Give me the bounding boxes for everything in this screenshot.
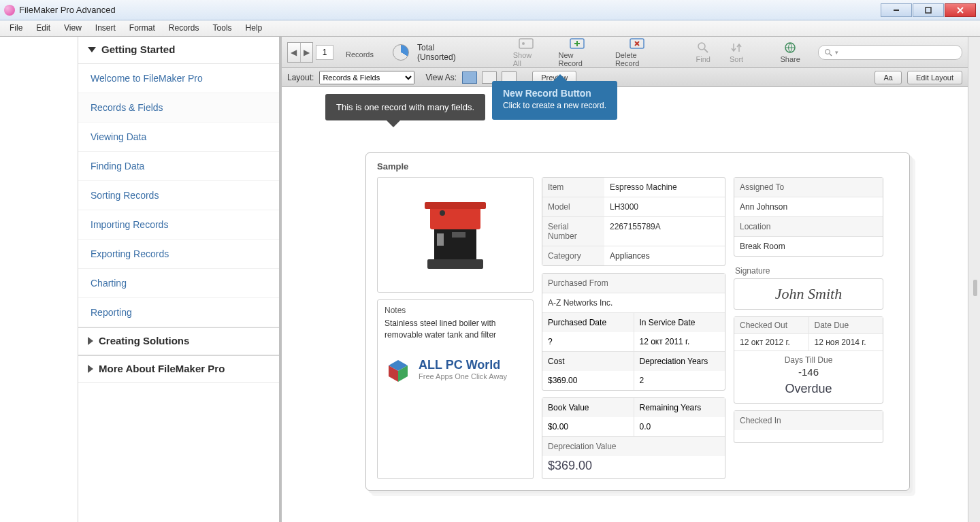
signature-label: Signature	[734, 263, 883, 278]
sidebar-item-importing-records[interactable]: Importing Records	[78, 210, 279, 240]
duedate-box: Checked Out Date Due 12 окт 2012 г. 12 н…	[734, 316, 883, 404]
search-box[interactable]: ▾	[818, 45, 962, 60]
text-format-button[interactable]: Aa	[875, 71, 901, 84]
tooltip-record: This is one record with many fields.	[325, 94, 485, 120]
svg-rect-24	[437, 233, 444, 246]
overdue-status: Overdue	[734, 378, 883, 403]
show-all-button[interactable]: Show All	[506, 37, 546, 67]
main-panel: ◀▶ Records Total (Unsorted) Show All New…	[282, 37, 980, 522]
layout-bar: Layout: Records & Fields View As: Previe…	[282, 68, 968, 87]
watermark: ALL PC World Free Apps One Click Away	[385, 356, 526, 383]
sidebar-section-getting-started[interactable]: Getting Started	[78, 37, 279, 64]
svg-rect-4	[519, 39, 533, 48]
svg-line-13	[704, 49, 708, 52]
close-button[interactable]	[945, 3, 976, 17]
view-as-label: View As:	[425, 73, 457, 82]
svg-rect-1	[926, 7, 931, 13]
card-title: Sample	[377, 161, 898, 172]
sidebar-item-viewing-data[interactable]: Viewing Data	[78, 123, 279, 152]
item-details-box: ItemEspresso Machine ModelLH3000 Serial …	[542, 177, 725, 266]
item-image	[377, 177, 534, 293]
record-number-input[interactable]	[316, 45, 333, 60]
checked-in-box: Checked In	[734, 410, 883, 443]
signature-box: John Smith	[734, 278, 883, 310]
share-button[interactable]: Share	[774, 42, 807, 63]
toolbar: ◀▶ Records Total (Unsorted) Show All New…	[282, 37, 968, 68]
sidebar-section-more-about[interactable]: More About FileMaker Pro	[78, 355, 279, 383]
sidebar-section-creating-solutions[interactable]: Creating Solutions	[78, 327, 279, 355]
window-title: FileMaker Pro Advanced	[19, 5, 116, 15]
scroll-thumb[interactable]	[973, 280, 977, 296]
record-navigator[interactable]: ◀▶	[287, 42, 313, 63]
layout-label: Layout:	[287, 73, 314, 82]
chevron-right-icon	[88, 337, 93, 345]
svg-rect-19	[425, 202, 486, 209]
new-record-button[interactable]: New Record	[551, 37, 602, 67]
svg-point-16	[825, 49, 830, 54]
cube-icon	[385, 356, 412, 383]
svg-line-17	[830, 54, 832, 56]
svg-point-23	[440, 210, 445, 216]
sidebar-item-welcome[interactable]: Welcome to FileMaker Pro	[78, 64, 279, 93]
svg-point-5	[522, 42, 525, 45]
menu-help[interactable]: Help	[239, 20, 270, 36]
find-button[interactable]: Find	[689, 42, 717, 63]
menu-records[interactable]: Records	[162, 20, 206, 36]
records-counter: Records	[339, 46, 380, 59]
app-icon	[4, 5, 15, 16]
sidebar-item-charting[interactable]: Charting	[78, 269, 279, 298]
svg-rect-22	[452, 232, 466, 238]
sidebar-item-exporting-records[interactable]: Exporting Records	[78, 240, 279, 269]
menu-view[interactable]: View	[57, 20, 88, 36]
svg-rect-21	[427, 259, 483, 269]
total-label: Total (Unsorted)	[417, 43, 470, 62]
sort-button[interactable]: Sort	[723, 42, 750, 63]
edit-layout-button[interactable]: Edit Layout	[907, 71, 962, 84]
svg-point-12	[698, 43, 705, 50]
svg-rect-18	[430, 206, 480, 229]
menu-tools[interactable]: Tools	[206, 20, 239, 36]
record-card: Sample	[365, 152, 910, 491]
sidebar: Getting Started Welcome to FileMaker Pro…	[0, 37, 282, 522]
search-icon	[824, 48, 832, 56]
notes-box: Notes Stainless steel lined boiler with …	[377, 299, 534, 479]
tooltip-new-record: New Record Button Click to create a new …	[492, 81, 617, 120]
sidebar-item-records-fields[interactable]: Records & Fields	[78, 93, 279, 123]
pie-icon	[393, 44, 409, 61]
maximize-button[interactable]	[913, 3, 944, 17]
value-box: Book Value $0.00 Remaining Years 0.0 Dep…	[542, 397, 725, 479]
view-form-button[interactable]	[462, 71, 477, 84]
chevron-down-icon	[88, 47, 96, 52]
sidebar-item-sorting-records[interactable]: Sorting Records	[78, 181, 279, 210]
purchase-box: Purchased From A-Z Networks Inc. Purchas…	[542, 273, 725, 391]
minimize-button[interactable]	[881, 3, 912, 17]
menu-edit[interactable]: Edit	[29, 20, 57, 36]
delete-record-button[interactable]: Delete Record	[608, 37, 666, 67]
menu-insert[interactable]: Insert	[88, 20, 122, 36]
menu-format[interactable]: Format	[122, 20, 162, 36]
sidebar-item-reporting[interactable]: Reporting	[78, 298, 279, 327]
sidebar-item-finding-data[interactable]: Finding Data	[78, 152, 279, 181]
assigned-box: Assigned To Ann Johnson Location Break R…	[734, 177, 883, 257]
chevron-right-icon	[88, 365, 93, 373]
total-unsorted	[386, 44, 416, 61]
window-titlebar: FileMaker Pro Advanced	[0, 0, 980, 20]
layout-select[interactable]: Records & Fields	[319, 71, 414, 84]
menubar: File Edit View Insert Format Records Too…	[0, 20, 980, 37]
menu-file[interactable]: File	[3, 20, 29, 36]
